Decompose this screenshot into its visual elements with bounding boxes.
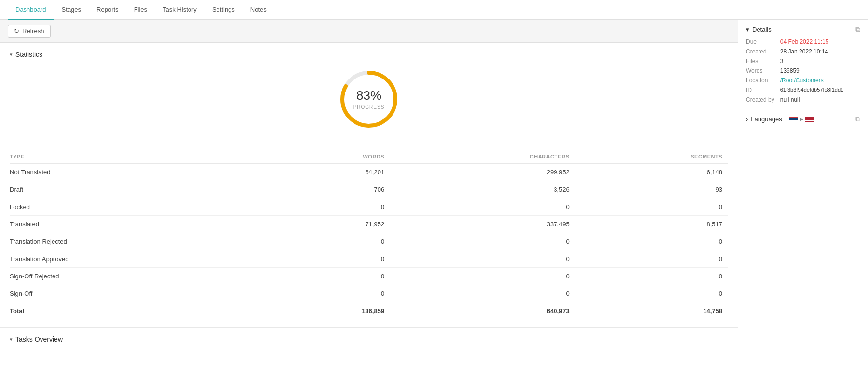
col-header-segments: SEGMENTS [575,150,728,164]
tab-stages[interactable]: Stages [54,0,89,20]
statistics-section-header[interactable]: ▾ Statistics [10,51,728,58]
tab-task-history[interactable]: Task History [155,0,204,20]
row-type: Draft [10,181,274,198]
col-header-type: TYPE [10,150,274,164]
row-characters: 0 [390,233,575,250]
row-segments: 8,517 [575,216,728,233]
progress-text: PROGRESS [353,105,385,110]
row-segments: 0 [575,233,728,250]
row-words: 0 [274,268,390,285]
progress-label: 83% PROGRESS [353,88,385,110]
details-grid: Due 04 Feb 2022 11:15 Created 28 Jan 202… [746,39,860,103]
progress-percent: 83% [353,88,385,103]
created-label: Created [746,48,774,55]
created-by-value: null null [780,96,860,103]
top-navigation: Dashboard Stages Reports Files Task Hist… [0,0,868,20]
statistics-chevron-icon: ▾ [10,52,13,58]
toolbar: ↻ Refresh [0,20,738,43]
target-flag [805,117,814,122]
statistics-table: TYPE WORDS CHARACTERS SEGMENTS Not Trans… [10,150,728,319]
tasks-chevron-icon: ▾ [10,336,13,342]
main-layout: ↻ Refresh ▾ Statistics [0,20,868,368]
tab-dashboard[interactable]: Dashboard [8,0,54,20]
tasks-overview-header[interactable]: ▾ Tasks Overview [10,335,728,343]
table-row: Sign-Off 0 0 0 [10,285,728,302]
details-label: Details [752,26,772,33]
row-words: 0 [274,250,390,268]
tasks-overview-section: ▾ Tasks Overview [0,327,738,358]
right-sidebar: ▾ Details ⧉ Due 04 Feb 2022 11:15 Create… [738,20,868,368]
table-row: Translation Approved 0 0 0 [10,250,728,268]
row-type: Translation Approved [10,250,274,268]
row-type: Sign-Off Rejected [10,268,274,285]
row-words: 706 [274,181,390,198]
row-words: 71,952 [274,216,390,233]
words-label: Words [746,67,774,74]
statistics-section: ▾ Statistics 83% PROGRESS [0,43,738,327]
tasks-overview-title: Tasks Overview [15,335,63,343]
row-words: 0 [274,198,390,216]
table-row: Not Translated 64,201 299,952 6,148 [10,164,728,181]
refresh-button[interactable]: ↻ Refresh [8,25,51,38]
id-label: ID [746,87,774,93]
row-characters: 0 [390,268,575,285]
table-total-row: Total 136,859 640,973 14,758 [10,302,728,320]
table-row: Translation Rejected 0 0 0 [10,233,728,250]
row-characters: 0 [390,250,575,268]
files-label: Files [746,58,774,65]
languages-section: › Languages ▶ ⧉ [738,109,868,129]
row-characters: 3,526 [390,181,575,198]
progress-container: 83% PROGRESS [10,68,728,131]
statistics-title: Statistics [15,51,42,58]
row-characters: 0 [390,285,575,302]
due-label: Due [746,39,774,45]
words-value: 136859 [780,67,860,74]
row-words: 0 [274,285,390,302]
due-value: 04 Feb 2022 11:15 [780,39,860,45]
row-segments: 0 [575,250,728,268]
details-copy-icon[interactable]: ⧉ [855,26,860,34]
languages-title[interactable]: › Languages ▶ [746,116,814,123]
row-segments: 0 [575,285,728,302]
details-section-header: ▾ Details ⧉ [746,26,860,34]
row-words: 64,201 [274,164,390,181]
col-header-characters: CHARACTERS [390,150,575,164]
row-type: Sign-Off [10,285,274,302]
col-header-words: WORDS [274,150,390,164]
languages-label: Languages [751,116,782,123]
refresh-label: Refresh [22,27,44,35]
details-chevron-icon: ▾ [746,26,749,33]
table-row: Draft 706 3,526 93 [10,181,728,198]
row-segments: 0 [575,268,728,285]
details-title[interactable]: ▾ Details [746,26,772,33]
row-segments: 0 [575,198,728,216]
row-characters: 0 [390,198,575,216]
id-value: 61f3b3f94defdb57fe8f1dd1 [780,87,860,93]
tab-settings[interactable]: Settings [204,0,243,20]
tab-notes[interactable]: Notes [243,0,274,20]
tab-files[interactable]: Files [126,0,155,20]
details-section: ▾ Details ⧉ Due 04 Feb 2022 11:15 Create… [738,20,868,109]
row-segments: 93 [575,181,728,198]
row-type: Locked [10,198,274,216]
tab-reports[interactable]: Reports [89,0,126,20]
created-by-label: Created by [746,96,774,103]
total-characters: 640,973 [390,302,575,320]
files-value: 3 [780,58,860,65]
row-characters: 299,952 [390,164,575,181]
row-type: Translated [10,216,274,233]
row-type: Not Translated [10,164,274,181]
languages-copy-icon[interactable]: ⧉ [855,115,860,123]
progress-circle: 83% PROGRESS [338,68,400,131]
table-row: Translated 71,952 337,495 8,517 [10,216,728,233]
table-row: Sign-Off Rejected 0 0 0 [10,268,728,285]
left-content: ↻ Refresh ▾ Statistics [0,20,738,368]
languages-section-header: › Languages ▶ ⧉ [746,115,860,123]
total-type: Total [10,302,274,320]
languages-chevron-icon: › [746,116,748,123]
created-value: 28 Jan 2022 10:14 [780,48,860,55]
row-words: 0 [274,233,390,250]
row-type: Translation Rejected [10,233,274,250]
location-value[interactable]: /Root/Customers [780,77,860,84]
row-segments: 6,148 [575,164,728,181]
